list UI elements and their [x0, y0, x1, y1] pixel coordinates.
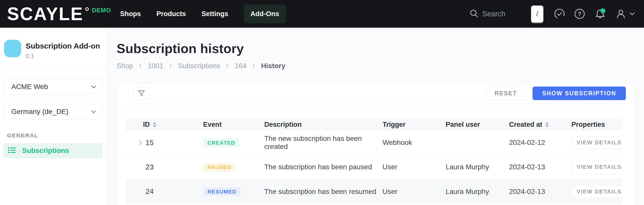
reset-button[interactable]: RESET: [486, 87, 526, 100]
chevron-right-icon: [226, 64, 229, 68]
user-icon: [615, 8, 626, 19]
column-header-trigger: Trigger: [383, 121, 446, 129]
toolbar-divider: [126, 103, 626, 104]
row-panel-user: Laura Murphy: [446, 163, 509, 171]
search-icon: [469, 9, 479, 19]
nav-item-products[interactable]: Products: [156, 10, 186, 18]
svg-text:?: ?: [578, 11, 581, 17]
breadcrumb-shop[interactable]: Shop: [117, 62, 133, 70]
addon-version: 0.1: [26, 53, 100, 60]
breadcrumb-subscription-id[interactable]: 164: [235, 62, 247, 70]
table-top-divider: [126, 110, 626, 111]
row-trigger: User: [383, 188, 446, 196]
chevron-right-icon: [139, 64, 142, 68]
show-subscription-button[interactable]: SHOW SUBSCRIPTION: [533, 87, 626, 100]
row-id: 24: [146, 187, 154, 196]
row-description: The subscription has been paused: [264, 163, 383, 171]
chevron-right-icon: [252, 64, 256, 68]
notification-dot: [600, 8, 606, 13]
top-navigation-bar: SCAYLE DEMO Shops Products Settings Add-…: [0, 0, 644, 28]
scayle-logo[interactable]: SCAYLE DEMO: [7, 2, 111, 26]
event-badge: PAUSED: [203, 163, 236, 172]
table-row: 24 RESUMED The subscription has been res…: [126, 179, 622, 204]
main-content: Subscription history Shop 1001 Subscript…: [107, 28, 644, 205]
slash-shortcut-keycap: /: [531, 6, 543, 22]
column-header-created-at[interactable]: Created at: [509, 121, 572, 129]
bell-icon: [594, 8, 606, 20]
row-trigger: Webhook: [383, 139, 446, 147]
sort-icon: [152, 122, 157, 128]
sidebar-item-subscriptions[interactable]: Subscriptions: [3, 143, 102, 158]
table-row: 23 PAUSED The subscription has been paus…: [126, 155, 622, 179]
view-details-button[interactable]: VIEW DETAILS: [572, 161, 622, 174]
event-badge: RESUMED: [203, 187, 241, 196]
row-trigger: User: [383, 163, 446, 171]
main-nav: Shops Products Settings Add-Ons: [120, 5, 286, 23]
sidebar-item-label: Subscriptions: [22, 147, 69, 155]
global-search[interactable]: Search: [469, 9, 505, 19]
row-created-at: 2024-02-13: [509, 188, 572, 196]
row-created-at: 2024-02-12: [509, 139, 572, 147]
question-circle-icon: ?: [574, 8, 585, 19]
row-expander-icon[interactable]: [138, 140, 143, 146]
page-title: Subscription history: [117, 41, 644, 56]
nav-item-settings[interactable]: Settings: [202, 10, 228, 18]
page-header: Subscription history Shop 1001 Subscript…: [107, 28, 644, 70]
view-details-button[interactable]: VIEW DETAILS: [572, 185, 622, 198]
topbar-actions: Search / ?: [469, 6, 635, 22]
row-description: The subscription has been resumed: [264, 188, 383, 196]
chevron-down-icon: [91, 109, 97, 115]
history-card: RESET SHOW SUBSCRIPTION ID Event Descrip…: [117, 83, 635, 205]
addon-header: Subscription Add-on 0.1: [0, 28, 106, 60]
row-description: The new subscription has been created: [264, 135, 383, 151]
column-header-panel-user: Panel user: [446, 121, 509, 129]
list-icon: [8, 146, 16, 155]
breadcrumb-subscriptions[interactable]: Subscriptions: [178, 62, 220, 70]
column-header-id[interactable]: ID: [126, 121, 203, 129]
table-row: 15 CREATED The new subscription has been…: [126, 131, 622, 155]
breadcrumb: Shop 1001 Subscriptions 164 History: [117, 62, 644, 70]
nav-item-addons-active[interactable]: Add-Ons: [244, 5, 286, 23]
sidebar-divider: [0, 69, 106, 70]
addon-sidebar: Subscription Add-on 0.1 ACME Web Germany…: [0, 28, 107, 205]
addon-name: Subscription Add-on: [26, 42, 100, 50]
chevron-down-icon: [91, 84, 97, 90]
help-button[interactable]: ?: [574, 8, 585, 19]
shop-select[interactable]: ACME Web: [3, 79, 102, 95]
chevron-right-icon: [169, 64, 172, 68]
sidebar-section-label: GENERAL: [7, 132, 106, 139]
breadcrumb-shop-id[interactable]: 1001: [148, 62, 163, 70]
filter-button[interactable]: [133, 87, 150, 100]
row-panel-user: Laura Murphy: [446, 188, 509, 196]
addon-avatar: [4, 40, 21, 57]
clock-check-icon: [554, 8, 565, 19]
locale-select[interactable]: Germany (de_DE): [3, 104, 102, 119]
logo-ring-icon: [85, 7, 89, 11]
chevron-down-icon: [629, 11, 635, 17]
search-placeholder: Search: [482, 10, 505, 18]
row-id: 15: [146, 139, 154, 147]
column-header-properties: Properties: [572, 121, 622, 129]
demo-badge: DEMO: [92, 7, 111, 14]
history-table: ID Event Description Trigger Panel user …: [126, 119, 622, 204]
row-id: 23: [146, 163, 154, 171]
nav-item-shops[interactable]: Shops: [120, 10, 141, 18]
sort-icon: [545, 122, 549, 128]
tasks-status-button[interactable]: [554, 8, 565, 19]
event-badge: CREATED: [203, 139, 239, 147]
table-header-row: ID Event Description Trigger Panel user …: [126, 119, 622, 131]
locale-select-value: Germany (de_DE): [11, 108, 68, 116]
row-created-at: 2024-02-13: [509, 163, 572, 171]
column-header-event: Event: [203, 121, 264, 129]
table-toolbar: RESET SHOW SUBSCRIPTION: [126, 87, 626, 100]
breadcrumb-history: History: [261, 62, 285, 70]
notifications-button[interactable]: [594, 8, 606, 20]
view-details-button[interactable]: VIEW DETAILS: [572, 136, 622, 149]
funnel-icon: [137, 89, 145, 97]
account-menu[interactable]: [615, 8, 635, 19]
logo-text: SCAYLE: [7, 2, 83, 26]
shop-select-value: ACME Web: [11, 83, 48, 91]
column-header-description: Description: [264, 121, 383, 129]
